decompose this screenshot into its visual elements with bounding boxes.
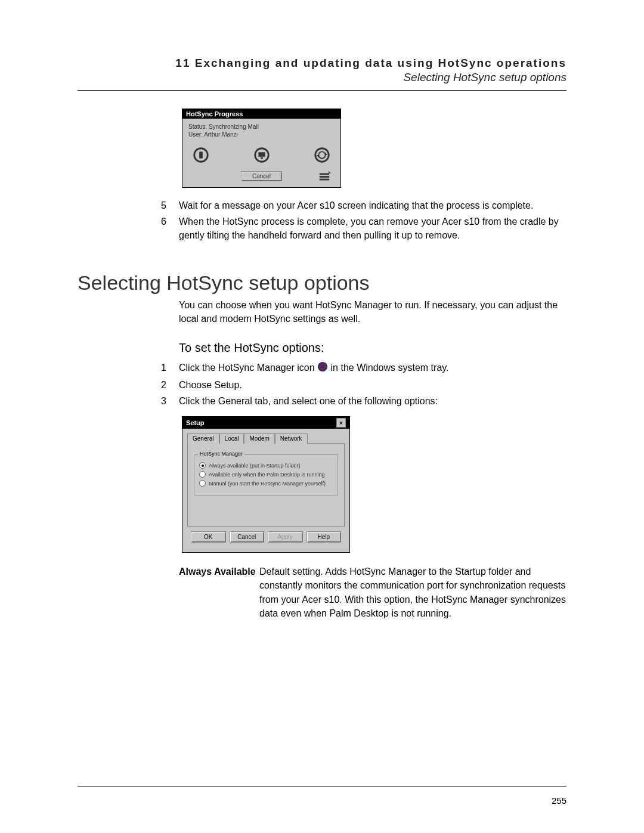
radio-label: Available only when the Palm Desktop is …	[209, 472, 324, 478]
option-label: Always Available	[179, 565, 259, 620]
setup-titlebar: Setup ×	[182, 417, 349, 429]
setup-button-row: OK Cancel Apply Help	[187, 527, 345, 547]
list-item: 6 When the HotSync process is complete, …	[161, 215, 566, 242]
radio-label: Always available (put in Startup folder)	[209, 463, 301, 469]
cancel-button[interactable]: Cancel	[230, 531, 265, 543]
apply-button[interactable]: Apply	[268, 531, 303, 543]
tab-modem[interactable]: Modem	[244, 433, 274, 444]
step-number: 2	[161, 378, 179, 392]
page: 11 Exchanging and updating data using Ho…	[0, 0, 644, 833]
radio-manual[interactable]: Manual (you start the HotSync Manager yo…	[199, 480, 333, 487]
list-item: 1 Click the HotSync Manager icon in the …	[161, 361, 566, 376]
list-item: 2 Choose Setup.	[161, 378, 566, 392]
step-text: Click the HotSync Manager icon in the Wi…	[179, 361, 566, 376]
hotsync-bottom-row: Cancel	[188, 171, 335, 181]
option-description-row: Always Available Default setting. Adds H…	[179, 565, 566, 620]
radio-icon	[199, 462, 206, 469]
radio-icon	[199, 471, 206, 478]
setup-title-text: Setup	[186, 419, 205, 426]
page-header: 11 Exchanging and updating data using Ho…	[78, 57, 566, 84]
page-number: 255	[552, 795, 566, 806]
ok-button[interactable]: OK	[191, 531, 226, 543]
chapter-title: 11 Exchanging and updating data using Ho…	[78, 57, 566, 70]
tray-icon	[318, 170, 331, 184]
tab-local[interactable]: Local	[219, 433, 244, 444]
svg-rect-3	[258, 152, 265, 157]
step-text-pre: Click the HotSync Manager icon	[179, 363, 317, 373]
status-label: Status:	[188, 123, 207, 130]
intro-paragraph: You can choose when you want HotSync Man…	[179, 298, 566, 326]
svg-rect-9	[320, 176, 330, 178]
step-text: Choose Setup.	[179, 378, 566, 392]
hotsync-icons-row	[188, 146, 335, 165]
svg-rect-8	[320, 179, 330, 181]
close-icon[interactable]: ×	[336, 418, 346, 428]
user-value: Arthur Manzi	[204, 131, 238, 138]
setup-dialog: Setup × General Local Modem Network HotS…	[182, 416, 350, 553]
svg-rect-10	[320, 174, 330, 175]
user-row: User: Arthur Manzi	[188, 131, 335, 138]
handheld-icon	[192, 146, 210, 165]
status-row: Status: Synchronizing Mail	[188, 123, 335, 130]
tab-general[interactable]: General	[187, 433, 219, 444]
tab-network[interactable]: Network	[275, 433, 308, 444]
steps-list-a: 5 Wait for a message on your Acer s10 sc…	[161, 199, 566, 243]
step-text-post: in the Windows system tray.	[331, 363, 449, 373]
hotsync-progress-body: Status: Synchronizing Mail User: Arthur …	[182, 119, 340, 187]
list-item: 5 Wait for a message on your Acer s10 sc…	[161, 199, 566, 212]
step-text: Wait for a message on your Acer s10 scre…	[179, 199, 566, 212]
desktop-icon	[253, 146, 271, 165]
section-heading: Selecting HotSync setup options	[78, 271, 566, 295]
setup-tabs: General Local Modem Network	[187, 433, 345, 444]
footer-rule	[78, 786, 566, 786]
hotsync-manager-icon	[317, 361, 328, 376]
step-number: 5	[161, 199, 179, 212]
steps-list-b: 1 Click the HotSync Manager icon in the …	[161, 361, 566, 408]
status-value: Synchronizing Mail	[209, 123, 259, 130]
step-number: 3	[161, 394, 179, 408]
group-legend: HotSync Manager	[198, 451, 244, 457]
svg-marker-11	[329, 171, 331, 174]
svg-rect-4	[261, 157, 263, 159]
radio-label: Manual (you start the HotSync Manager yo…	[209, 481, 326, 487]
svg-marker-7	[317, 155, 319, 157]
radio-available-with-desktop[interactable]: Available only when the Palm Desktop is …	[199, 471, 333, 478]
help-button[interactable]: Help	[306, 531, 342, 543]
subheading: To set the HotSync options:	[179, 341, 566, 355]
user-label: User:	[188, 131, 203, 138]
cancel-button[interactable]: Cancel	[241, 171, 282, 181]
section-title: Selecting HotSync setup options	[78, 71, 566, 84]
svg-rect-1	[199, 151, 203, 158]
list-item: 3 Click the General tab, and select one …	[161, 394, 566, 408]
svg-marker-6	[326, 153, 328, 155]
radio-always-available[interactable]: Always available (put in Startup folder)	[199, 462, 333, 469]
content-area: HotSync Progress Status: Synchronizing M…	[78, 91, 566, 620]
sync-icon	[313, 146, 331, 165]
option-text: Default setting. Adds HotSync Manager to…	[259, 565, 566, 620]
radio-icon	[199, 480, 206, 487]
setup-body: General Local Modem Network HotSync Mana…	[182, 429, 349, 552]
hotsync-progress-titlebar: HotSync Progress	[182, 109, 340, 119]
hotsync-manager-group: HotSync Manager Always available (put in…	[194, 454, 338, 496]
step-text: When the HotSync process is complete, yo…	[179, 215, 566, 242]
step-number: 1	[161, 361, 179, 376]
step-number: 6	[161, 215, 179, 242]
step-text: Click the General tab, and select one of…	[179, 394, 566, 408]
hotsync-progress-window: HotSync Progress Status: Synchronizing M…	[182, 109, 341, 188]
tab-panel: HotSync Manager Always available (put in…	[187, 443, 345, 527]
